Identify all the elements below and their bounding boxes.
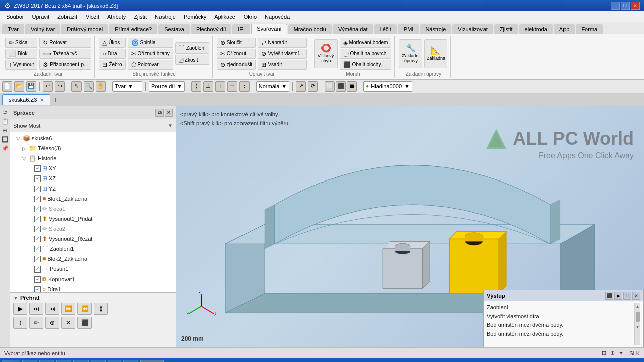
close-btn[interactable]: ✕: [631, 2, 640, 10]
menu-soubor[interactable]: Soubor: [2, 11, 28, 22]
transform-btn[interactable]: ⊕: [45, 317, 59, 329]
menu-nastroje[interactable]: Nástroje: [151, 11, 180, 22]
play-btn[interactable]: ▶: [13, 303, 27, 315]
mode-dropdown[interactable]: Tvar ▼: [112, 81, 142, 92]
toolbar-t5[interactable]: ⋮: [239, 81, 250, 92]
orientation-dropdown[interactable]: Normála ▼: [256, 81, 289, 92]
tree-check-blok1[interactable]: ✓: [34, 196, 41, 202]
tab-tvar[interactable]: Tvar: [2, 24, 24, 34]
toolbar-undo[interactable]: ↩: [43, 81, 53, 92]
menu-atributy[interactable]: Atributy: [103, 11, 130, 22]
tree-item-blok2[interactable]: ✓ ■ Blok2_Základna: [10, 254, 176, 264]
output-pause-btn[interactable]: ⏸: [623, 292, 631, 300]
btn-spirala[interactable]: 🌀Spirála: [128, 38, 173, 48]
tab-vizualizovat[interactable]: Vizualizovat: [452, 24, 493, 34]
tree-item-blok1[interactable]: ✓ ■ Blok1_Základna: [10, 194, 176, 204]
coord-icon[interactable]: ✦: [619, 350, 623, 356]
tree-expand-root[interactable]: ▽: [15, 135, 21, 141]
tab-volny-tvar[interactable]: Volný tvar: [25, 24, 60, 34]
tree-check-vysunout1[interactable]: ✓: [34, 216, 41, 222]
btn-morfovani[interactable]: ◈Morfování bodem: [340, 38, 392, 48]
tree-check-xy[interactable]: ✓: [34, 165, 41, 172]
tree-check-posun1[interactable]: ✓: [34, 266, 41, 273]
tab-skuska6[interactable]: skuska6.Z3 ✕: [2, 94, 50, 105]
tree-item-skica1[interactable]: ✓ ✏ Skica1: [10, 204, 176, 214]
menu-zjistit[interactable]: Zjistit: [130, 11, 151, 22]
toolbar-save[interactable]: 💾: [26, 81, 36, 92]
tree-check-blok2[interactable]: ✓: [34, 256, 41, 262]
menu-okno[interactable]: Okno: [239, 11, 261, 22]
btn-prizpusobeni[interactable]: ⚙Přizpůsobení p...: [39, 60, 91, 70]
fast-forward-btn[interactable]: ⏪: [77, 303, 92, 315]
forward10-btn[interactable]: ⏩: [61, 303, 75, 315]
scroll-down-arrow[interactable]: ▼: [635, 324, 641, 330]
pencil-btn[interactable]: ✏: [29, 317, 43, 329]
btn-vsadit[interactable]: ⊞Vsadit: [258, 60, 306, 70]
tab-app[interactable]: App: [554, 24, 575, 34]
tab-dratovy-model[interactable]: Drátový model: [61, 24, 108, 34]
tree-item-historie[interactable]: ▽ 📋 Historie: [10, 153, 176, 163]
rail-icon-1[interactable]: 🗂: [1, 108, 9, 116]
tree-check-dira1[interactable]: ✓: [34, 286, 41, 293]
taskbar-messages[interactable]: 💬: [91, 360, 106, 362]
layer-dropdown[interactable]: ● Hladina0000 ▼: [363, 81, 412, 92]
btn-valcovy-ohyb[interactable]: ⭕ Válcový ohyb: [314, 39, 338, 68]
tree-check-xz[interactable]: ✓: [34, 175, 41, 182]
toolbar-t6[interactable]: ↗: [296, 81, 306, 92]
sidebar-float-btn[interactable]: ⧉: [155, 109, 164, 117]
tab-ifi[interactable]: IFI: [232, 24, 250, 34]
output-close-btn[interactable]: ✕: [632, 292, 640, 300]
scroll-thumb[interactable]: [636, 312, 640, 322]
tab-pmi[interactable]: PMI: [398, 24, 419, 34]
tab-add-btn[interactable]: +: [50, 95, 60, 105]
tree-item-dira1[interactable]: ✓ ○ Díra1: [10, 284, 176, 292]
taskbar-zw3d[interactable]: ZW3D: [140, 360, 164, 362]
tab-close-btn[interactable]: ✕: [40, 97, 44, 103]
btn-zaobleni[interactable]: ⌒Zaoblení: [175, 42, 209, 54]
btn-ukos[interactable]: △Úkos: [99, 38, 125, 48]
btn-zakladna[interactable]: 📐 Základna: [424, 39, 447, 68]
toolbar-render[interactable]: ◼: [347, 81, 357, 92]
tab-plechovy-dil[interactable]: Plechový díl: [191, 24, 231, 34]
toolbar-redo[interactable]: ↪: [55, 81, 65, 92]
toolbar-pan[interactable]: ✋: [96, 81, 106, 92]
tab-forma[interactable]: Forma: [576, 24, 603, 34]
tree-item-root[interactable]: ▽ 📦 skuska6: [10, 133, 176, 143]
tab-sestava[interactable]: Sestava: [158, 24, 190, 34]
start-button[interactable]: ⊞: [2, 360, 20, 362]
toolbar-t7[interactable]: ⟳: [308, 81, 318, 92]
toolbar-t4[interactable]: ⊣: [227, 81, 237, 92]
toolbar-wire[interactable]: ⬜: [325, 81, 335, 92]
menu-pomucky[interactable]: Pomůcky: [180, 11, 210, 22]
tab-elektroda[interactable]: elektroda: [519, 24, 553, 34]
taskbar-search[interactable]: 🔍: [73, 360, 89, 362]
tree-check-skica1[interactable]: ✓: [34, 206, 41, 212]
toolbar-t2[interactable]: ⊥: [203, 81, 213, 92]
tree-item-vysunout2[interactable]: ✓ ⬆ Vysunout2_Řezat: [10, 234, 176, 244]
btn-nahradit[interactable]: ⇄Nahradit: [258, 38, 306, 48]
grid-icon[interactable]: ⊞: [602, 350, 606, 356]
taskbar-settings[interactable]: ⚙: [108, 360, 121, 362]
toolbar-open[interactable]: 📂: [14, 81, 24, 92]
toolbar-zoom[interactable]: 🔍: [84, 81, 94, 92]
tree-item-skica2[interactable]: ✓ ✏ Skica2: [10, 224, 176, 234]
tree-item-yz[interactable]: ✓ ⊞ YZ: [10, 184, 176, 194]
toolbar-new[interactable]: 📄: [2, 81, 12, 92]
tab-zjistit2[interactable]: Zjistit: [494, 24, 518, 34]
btn-oriznutihrany[interactable]: ✂Oříznutí hrany: [128, 49, 173, 59]
output-scrollbar[interactable]: ▲ ▼: [634, 303, 640, 345]
btn-oriznout[interactable]: ✂Oříznout: [217, 49, 256, 59]
tree-expand-telesa[interactable]: ▷: [21, 145, 27, 151]
rewind-btn[interactable]: ⟪: [94, 303, 108, 315]
tab-svarovani[interactable]: Svařování: [251, 24, 287, 34]
taskbar-email[interactable]: 📧: [56, 360, 71, 362]
tree-item-xy[interactable]: ✓ ⊞ XY: [10, 163, 176, 173]
tab-mracno-bodu[interactable]: Mračno bodů: [288, 24, 332, 34]
tree-expand-historie[interactable]: ▽: [21, 155, 27, 161]
filter-dropdown[interactable]: Pouze díl ▼: [149, 81, 185, 92]
toolbar-shaded[interactable]: ⬛: [336, 81, 346, 92]
tab-vymena-dat[interactable]: Výměna dat: [333, 24, 373, 34]
scroll-up-arrow[interactable]: ▲: [635, 303, 641, 310]
menu-aplikace[interactable]: Aplikace: [210, 11, 239, 22]
tree-item-vysunout1[interactable]: ✓ ⬆ Vysunout1_Přidat: [10, 214, 176, 224]
